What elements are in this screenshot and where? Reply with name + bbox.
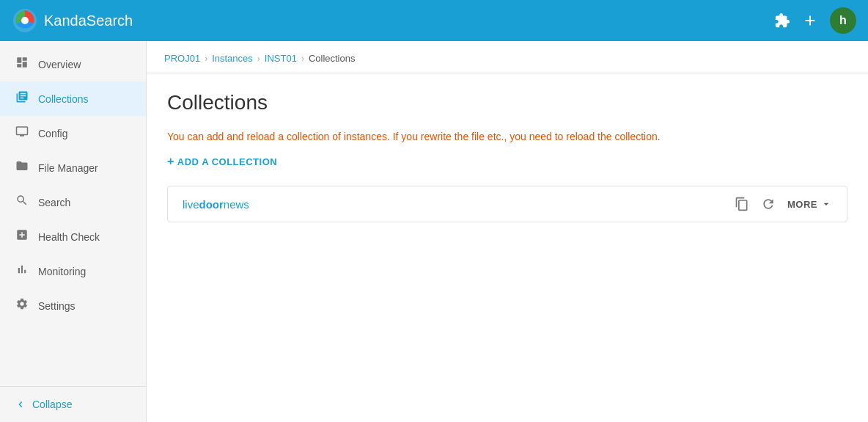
sidebar-item-search-label: Search [38, 197, 70, 208]
header-actions: h [774, 7, 856, 34]
sidebar-item-config[interactable]: Config [0, 116, 146, 150]
puzzle-icon [774, 12, 790, 29]
reload-icon [761, 197, 776, 211]
breadcrumb-sep-2: › [257, 54, 260, 64]
sidebar-nav: Overview Collections Config File Manager [0, 41, 146, 386]
breadcrumb-sep-1: › [205, 54, 207, 64]
page-body: Collections You can add and reload a col… [147, 73, 868, 240]
search-icon [15, 194, 29, 211]
table-row: livedoornews MORE [168, 186, 847, 222]
logo: KandaSearch [12, 7, 133, 34]
more-label: MORE [787, 199, 817, 210]
copy-button[interactable] [735, 197, 749, 211]
collection-name-start: live [183, 198, 199, 211]
collection-name[interactable]: livedoornews [183, 198, 735, 211]
sidebar-item-file-manager[interactable]: File Manager [0, 150, 146, 185]
breadcrumb-current: Collections [309, 53, 356, 64]
breadcrumb-proj01[interactable]: PROJ01 [164, 53, 200, 64]
sidebar-item-collections-label: Collections [38, 93, 88, 105]
overview-icon [15, 56, 29, 73]
add-collection-label: ADD A COLLECTION [177, 156, 277, 167]
sidebar: Overview Collections Config File Manager [0, 41, 147, 422]
collection-name-end: news [224, 198, 249, 211]
sidebar-item-settings-label: Settings [38, 300, 76, 312]
sidebar-item-settings[interactable]: Settings [0, 288, 146, 323]
breadcrumb-instances[interactable]: Instances [212, 53, 253, 64]
plus-icon [802, 12, 818, 29]
chevron-down-icon [820, 198, 832, 210]
info-text: You can add and reload a collection of i… [167, 129, 847, 145]
puzzle-button[interactable] [774, 12, 790, 29]
brand-name: KandaSearch [44, 12, 133, 29]
sidebar-item-monitoring[interactable]: Monitoring [0, 254, 146, 288]
collapse-button[interactable]: Collapse [0, 386, 146, 422]
monitoring-icon [15, 263, 29, 280]
more-button[interactable]: MORE [787, 198, 832, 210]
sidebar-item-overview[interactable]: Overview [0, 47, 146, 81]
user-avatar[interactable]: h [830, 7, 856, 34]
collection-name-bold: door [199, 198, 224, 211]
sidebar-item-file-manager-label: File Manager [38, 162, 98, 174]
app-header: KandaSearch h [0, 0, 868, 41]
sidebar-item-search[interactable]: Search [0, 185, 146, 219]
add-plus-icon: + [167, 155, 174, 168]
config-icon [15, 125, 29, 142]
sidebar-item-overview-label: Overview [38, 59, 81, 70]
collection-list: livedoornews MORE [167, 186, 847, 222]
sidebar-item-monitoring-label: Monitoring [38, 266, 86, 277]
sidebar-item-collections[interactable]: Collections [0, 81, 146, 116]
svg-point-1 [21, 17, 29, 24]
sidebar-item-health-check[interactable]: Health Check [0, 219, 146, 254]
sidebar-item-config-label: Config [38, 128, 67, 139]
reload-button[interactable] [761, 197, 776, 211]
sidebar-item-health-check-label: Health Check [38, 231, 100, 243]
logo-icon [12, 7, 38, 34]
breadcrumb-sep-3: › [301, 54, 304, 64]
add-collection-button[interactable]: + ADD A COLLECTION [167, 155, 277, 168]
collections-icon [15, 90, 29, 107]
collection-actions: MORE [735, 197, 832, 211]
collapse-label: Collapse [32, 399, 72, 410]
main-content: PROJ01 › Instances › INST01 › Collection… [147, 41, 868, 422]
breadcrumb-inst01[interactable]: INST01 [265, 53, 297, 64]
add-button[interactable] [802, 12, 818, 29]
page-title: Collections [167, 91, 847, 114]
copy-icon [735, 197, 749, 211]
collapse-icon [15, 399, 26, 410]
settings-icon [15, 297, 29, 314]
file-manager-icon [15, 159, 29, 176]
breadcrumb: PROJ01 › Instances › INST01 › Collection… [147, 41, 868, 73]
health-check-icon [15, 228, 29, 245]
